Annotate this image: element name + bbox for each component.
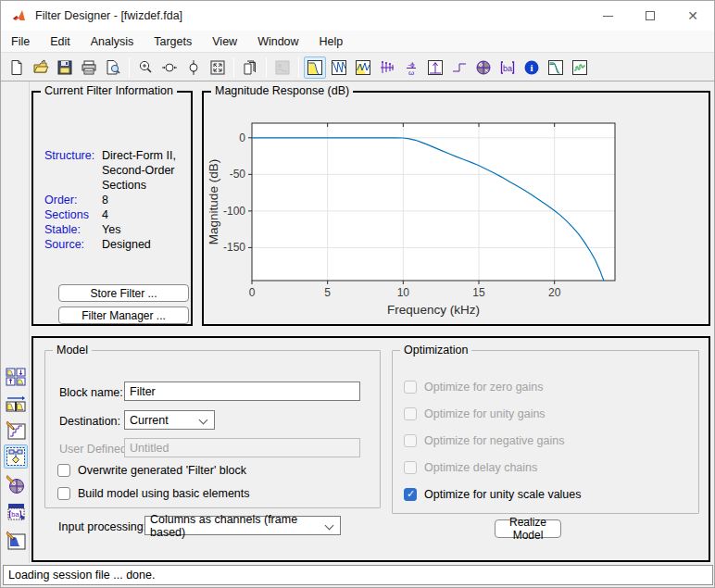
minimize-icon	[603, 16, 613, 17]
svg-text:10: 10	[397, 286, 410, 299]
close-button[interactable]: ✕	[671, 1, 714, 31]
import-filter-icon[interactable]: ba	[4, 500, 28, 524]
filter-info-table: Structure:Direct-Form II, Second-Order S…	[44, 148, 176, 252]
magnitude-phase-response-icon[interactable]	[352, 56, 374, 79]
filter-information-icon[interactable]: i	[521, 56, 543, 79]
minimize-button[interactable]	[586, 1, 629, 31]
svg-text:ω: ω	[408, 69, 414, 76]
block-name-label: Block name:	[59, 386, 123, 399]
menu-targets[interactable]: Targets	[144, 32, 202, 51]
new-analysis-window-icon[interactable]	[239, 56, 261, 79]
filter-designer-window: Filter Designer - [fwizdef.fda] ✕ File E…	[0, 0, 715, 588]
optimize-unity-gains-row[interactable]: Optimize for unity gains	[404, 407, 546, 420]
overwrite-filter-checkbox[interactable]	[57, 464, 70, 477]
svg-text:Frequency (kHz): Frequency (kHz)	[387, 303, 480, 317]
stable-label: Stable:	[44, 222, 102, 237]
user-defined-label: User Defined:	[59, 443, 130, 456]
design-filter-icon[interactable]	[4, 528, 28, 552]
title-bar: Filter Designer - [fwizdef.fda] ✕	[1, 1, 714, 31]
optimize-delay-chains-checkbox[interactable]	[404, 461, 417, 474]
structure-label: Structure:	[44, 148, 102, 163]
multirate-filter-icon[interactable]	[4, 392, 28, 416]
filter-manager-button[interactable]: Filter Manager ...	[58, 307, 189, 324]
block-name-input[interactable]	[124, 382, 360, 401]
set-quantization-icon[interactable]	[4, 418, 28, 442]
phase-response-icon[interactable]	[328, 56, 350, 79]
zoom-in-icon[interactable]	[134, 56, 157, 79]
matlab-app-icon	[11, 8, 27, 24]
store-filter-button[interactable]: Store Filter ...	[58, 284, 189, 302]
magnitude-response-panel: Magnitude Response (dB) 051015200-50-100…	[202, 91, 710, 326]
print-to-figure-icon[interactable]	[271, 56, 294, 79]
zoom-y-icon[interactable]	[182, 56, 205, 79]
magnitude-response-estimate-icon[interactable]	[545, 56, 567, 79]
zoom-x-icon[interactable]	[158, 56, 181, 79]
build-basic-checkbox-row[interactable]: Build model using basic elements	[57, 487, 250, 500]
optimize-zero-gains-row[interactable]: Optimize for zero gains	[404, 381, 544, 394]
svg-text:5: 5	[324, 286, 331, 299]
optimize-negative-gains-checkbox[interactable]	[404, 434, 417, 447]
optimize-negative-gains-row[interactable]: Optimize for negative gains	[404, 434, 564, 447]
overwrite-filter-checkbox-label: Overwrite generated 'Filter' block	[78, 464, 246, 477]
destination-select[interactable]: Current	[124, 410, 215, 430]
close-icon: ✕	[687, 9, 698, 22]
svg-text:0: 0	[249, 286, 256, 299]
print-preview-icon[interactable]	[102, 56, 124, 79]
overwrite-filter-checkbox-row[interactable]: Overwrite generated 'Filter' block	[57, 464, 246, 477]
panel-title: Current Filter Information	[41, 84, 177, 97]
realize-model-icon[interactable]	[4, 444, 28, 469]
optimization-groupbox: Optimization Optimize for zero gains Opt…	[392, 350, 699, 514]
maximize-button[interactable]	[629, 1, 671, 31]
build-basic-checkbox[interactable]	[57, 487, 70, 500]
destination-selected-value: Current	[130, 414, 169, 427]
print-icon[interactable]	[78, 56, 100, 79]
sections-label: Sections	[44, 207, 102, 222]
svg-text:-ϕ: -ϕ	[408, 60, 415, 69]
new-file-icon[interactable]	[6, 56, 28, 79]
input-processing-label: Input processing:	[58, 520, 146, 533]
menu-window[interactable]: Window	[247, 32, 308, 51]
magnitude-response-icon[interactable]	[304, 56, 326, 79]
menu-analysis[interactable]: Analysis	[81, 32, 144, 51]
input-processing-select[interactable]: Columns as channels (frame based)	[144, 516, 341, 535]
transform-filter-icon[interactable]	[4, 365, 28, 389]
destination-label: Destination:	[59, 415, 120, 428]
analysis-sidebar: ba	[1, 81, 30, 563]
pole-zero-editor-icon[interactable]	[4, 472, 28, 496]
menu-help[interactable]: Help	[309, 32, 354, 51]
group-delay-icon[interactable]	[376, 56, 398, 79]
filter-coefficients-icon[interactable]: ba	[496, 56, 519, 79]
round-off-noise-psd-icon[interactable]	[569, 56, 591, 79]
menu-view[interactable]: View	[202, 32, 247, 51]
optimize-zero-gains-label: Optimize for zero gains	[424, 381, 544, 394]
save-icon[interactable]	[54, 56, 76, 79]
status-text: Loading session file ... done.	[8, 569, 155, 582]
optimization-group-title: Optimization	[400, 344, 471, 357]
svg-text:20: 20	[548, 286, 561, 299]
optimize-unity-gains-checkbox[interactable]	[404, 407, 417, 420]
svg-text:0: 0	[239, 131, 245, 144]
menu-edit[interactable]: Edit	[40, 32, 81, 51]
status-bar: Loading session file ... done.	[3, 565, 713, 585]
svg-text:ba: ba	[11, 510, 19, 519]
step-response-icon[interactable]	[448, 56, 470, 79]
open-file-icon[interactable]	[30, 56, 52, 79]
realize-model-button[interactable]: Realize Model	[495, 519, 561, 538]
order-value: 8	[102, 193, 108, 207]
optimize-unity-scale-checkbox[interactable]	[404, 488, 417, 501]
optimize-zero-gains-checkbox[interactable]	[404, 381, 417, 394]
optimize-negative-gains-label: Optimize for negative gains	[424, 434, 564, 447]
source-value: Designed	[102, 237, 151, 252]
full-view-icon[interactable]	[207, 56, 229, 79]
sections-value: 4	[102, 207, 108, 222]
phase-delay-icon[interactable]: -ϕω	[400, 56, 422, 79]
magnitude-response-chart[interactable]: 051015200-50-100-150Frequency (kHz)Magni…	[206, 104, 709, 322]
pole-zero-plot-icon[interactable]	[472, 56, 495, 79]
impulse-response-icon[interactable]	[424, 56, 446, 79]
model-groupbox: Model Block name: Destination: Current U…	[44, 350, 381, 508]
structure-value: Direct-Form II,	[102, 148, 176, 163]
optimize-unity-scale-row[interactable]: Optimize for unity scale values	[404, 488, 582, 501]
menu-file[interactable]: File	[1, 32, 40, 51]
svg-text:-100: -100	[223, 205, 245, 218]
optimize-delay-chains-row[interactable]: Optimize delay chains	[404, 461, 537, 474]
